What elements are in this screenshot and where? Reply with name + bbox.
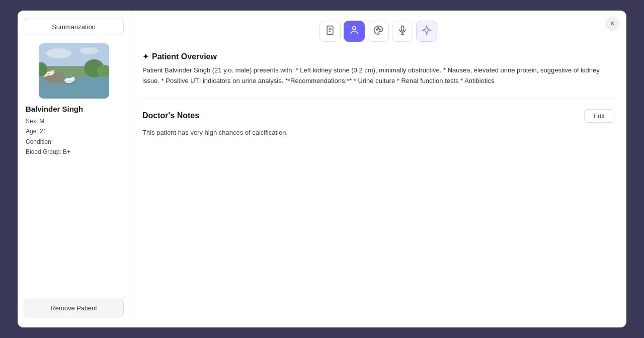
overview-sparkle-icon: ✦ (142, 52, 149, 61)
main-content: ✦ Patient Overview Patient Balvinder Sin… (130, 11, 626, 327)
patient-sex: Sex: M (26, 116, 124, 126)
overview-title-row: ✦ Patient Overview (142, 52, 614, 61)
overview-title: Patient Overview (152, 52, 217, 61)
person-toolbar-button[interactable] (344, 21, 365, 42)
doctor-notes-title: Doctor's Notes (142, 111, 199, 120)
palette-icon (373, 25, 383, 38)
palette-toolbar-button[interactable] (368, 21, 389, 42)
svg-rect-27 (401, 26, 404, 31)
svg-point-2 (80, 47, 98, 54)
patient-name: Balvinder Singh (24, 105, 83, 113)
svg-line-8 (53, 71, 55, 72)
sparkle-icon (422, 25, 432, 38)
summarization-tab[interactable]: Summarization (24, 19, 124, 35)
edit-button[interactable]: Edit (584, 109, 614, 123)
mic-icon (397, 25, 408, 38)
doc-toolbar-button[interactable] (319, 21, 341, 42)
close-button[interactable]: × (605, 17, 619, 31)
svg-line-14 (74, 78, 76, 79)
person-icon (349, 25, 359, 38)
patient-info: Sex: M Age: 21 Condition: Blood Group: B… (24, 116, 124, 157)
divider (142, 99, 614, 99)
doctor-notes-text: This patient has very high chances of ca… (142, 128, 614, 138)
svg-point-24 (376, 29, 378, 30)
patient-condition: Condition: (26, 137, 124, 147)
remove-patient-button[interactable]: Remove Patient (24, 299, 124, 317)
modal-overlay: × Summarization (0, 0, 644, 338)
mic-toolbar-button[interactable] (392, 21, 413, 42)
doc-icon (325, 25, 335, 38)
sparkle-toolbar-button[interactable] (416, 21, 437, 42)
sidebar: Summarization (18, 11, 130, 327)
patient-age: Age: 21 (26, 126, 124, 136)
svg-point-23 (353, 26, 356, 30)
svg-point-26 (378, 27, 379, 29)
patient-photo (39, 43, 109, 99)
svg-point-25 (379, 29, 381, 30)
toolbar (142, 21, 614, 42)
modal: × Summarization (18, 11, 626, 327)
svg-point-1 (46, 48, 71, 58)
patient-blood-group: Blood Group: B+ (26, 147, 124, 157)
doctor-notes-header: Doctor's Notes Edit (142, 109, 614, 123)
overview-text: Patient Balvinder Singh (21 y.o. male) p… (142, 65, 614, 87)
